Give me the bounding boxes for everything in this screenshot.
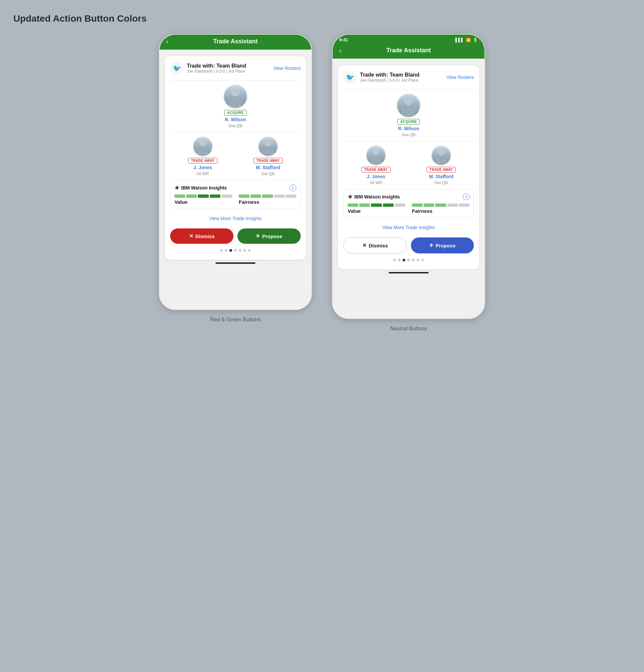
left-trade-away-section: TRADE AWAY J. Jones Atl WR TRADE AWAY M.…: [170, 136, 301, 176]
right-watson-header: ☀ IBM Watson Insights i: [348, 193, 469, 200]
right-action-buttons: ✕ Dismiss ✈ Propose: [343, 238, 474, 253]
left-phone-wrapper: ‹ Trade Assistant 🐦 Trade with: Team Bla…: [159, 34, 312, 323]
left-action-buttons: ✕ Dismiss ✈ Propose: [170, 228, 301, 244]
left-trade-badge-0: TRADE AWAY: [188, 158, 217, 164]
left-dismiss-icon: ✕: [189, 233, 193, 239]
right-back-button[interactable]: ‹: [339, 47, 342, 54]
right-dots-indicator: [343, 259, 474, 261]
right-metric-value: Value: [348, 203, 405, 214]
left-watson-header: ☀ IBM Watson Insights i: [175, 184, 296, 191]
right-trade-header-left: 🐦 Trade with: Team Bland Joe Giampaoli |…: [343, 71, 419, 84]
left-dot-1: [220, 249, 223, 252]
right-acquire-pos: Sea QB: [402, 133, 416, 137]
right-dot-7: [421, 259, 424, 261]
left-back-button[interactable]: ‹: [166, 38, 168, 45]
right-acquire-name: R. Wilson: [398, 126, 419, 131]
left-view-rosters[interactable]: View Rosters: [273, 65, 301, 71]
left-acquire-player: ACQUIRE R. Wilson Sea QB: [224, 85, 247, 128]
right-fairness-bars: [412, 203, 469, 207]
left-dots-indicator: [170, 249, 301, 252]
left-trade-player-1: TRADE AWAY M. Stafford Det QB: [253, 136, 283, 176]
left-trade-pos-0: Atl WR: [196, 171, 209, 176]
left-value-bar-1: [175, 194, 185, 198]
left-value-bar-3: [198, 194, 208, 198]
right-acquire-player: ACQUIRE R. Wilson Sea QB: [397, 94, 420, 137]
right-value-bar-5: [395, 203, 405, 207]
left-fairness-bar-1: [239, 194, 249, 198]
right-view-rosters[interactable]: View Rosters: [446, 75, 474, 80]
left-team-icon: 🐦: [170, 62, 183, 75]
left-info-icon[interactable]: i: [290, 184, 296, 191]
left-view-insights[interactable]: View More Trade Insights: [170, 213, 301, 224]
left-metric-value: Value: [175, 194, 232, 205]
right-fairness-bar-1: [412, 203, 422, 207]
left-acquire-section: ACQUIRE R. Wilson Sea QB: [170, 85, 301, 128]
right-trade-info: Trade with: Team Bland Joe Giampaoli | 3…: [360, 72, 419, 83]
right-nav-title: Trade Assistant: [386, 47, 431, 54]
right-manager-info: Joe Giampaoli | 3-3-0 | 3rd Place: [360, 78, 419, 83]
right-watson-title: ☀ IBM Watson Insights: [348, 194, 400, 200]
right-trade-away-section: TRADE AWAY J. Jones Atl WR TRADE AWAY M.…: [343, 145, 474, 185]
left-trade-avatar-1: [258, 136, 278, 156]
left-dot-4: [234, 249, 237, 252]
left-divider-1: [170, 80, 301, 81]
right-trade-badge-0: TRADE AWAY: [361, 167, 391, 172]
right-fairness-bar-3: [435, 203, 446, 207]
left-trade-pos-1: Det QB: [261, 171, 274, 176]
left-propose-icon: ✈: [256, 233, 260, 239]
right-propose-button[interactable]: ✈ Propose: [411, 238, 474, 253]
right-view-insights[interactable]: View More Trade Insights: [343, 222, 474, 233]
left-trade-silhouette-0: [193, 137, 212, 156]
right-trade-name-0: J. Jones: [367, 174, 385, 179]
left-dot-5: [239, 249, 241, 252]
left-fairness-bars: [239, 194, 296, 198]
right-nav-bar: ‹ Trade Assistant: [333, 44, 485, 59]
left-fairness-bar-3: [262, 194, 273, 198]
left-trade-name-0: J. Jones: [193, 165, 212, 170]
left-dot-6: [243, 249, 246, 252]
left-value-bar-4: [210, 194, 220, 198]
right-acquire-avatar: [397, 94, 420, 118]
right-dot-6: [417, 259, 419, 261]
left-fairness-bar-5: [286, 194, 296, 198]
left-dot-3: [229, 249, 232, 252]
phones-container: ‹ Trade Assistant 🐦 Trade with: Team Bla…: [13, 34, 631, 332]
left-phone-label: Red & Green Buttons: [210, 317, 261, 323]
right-acquire-silhouette: [397, 94, 420, 117]
right-watson-metrics: Value Fairness: [348, 203, 469, 214]
right-value-bar-4: [383, 203, 394, 207]
left-watson-section: ☀ IBM Watson Insights i: [170, 180, 301, 209]
right-metric-fairness: Fairness: [412, 203, 469, 214]
left-value-bar-5: [222, 194, 232, 198]
left-dot-2: [225, 249, 227, 252]
right-dot-1: [393, 259, 396, 261]
left-value-label: Value: [175, 199, 232, 205]
right-home-indicator: [389, 272, 429, 273]
right-trade-player-1: TRADE AWAY M. Stafford Det QB: [427, 145, 456, 185]
right-dot-2: [398, 259, 401, 261]
right-dismiss-button[interactable]: ✕ Dismiss: [343, 238, 407, 253]
right-team-icon: 🐦: [343, 71, 357, 84]
right-phone-body: 🐦 Trade with: Team Bland Joe Giampaoli |…: [333, 59, 485, 319]
right-divider-1: [343, 89, 474, 89]
right-info-icon[interactable]: i: [463, 193, 469, 200]
left-phone-header: ‹ Trade Assistant: [159, 35, 311, 50]
left-value-bars: [175, 194, 232, 198]
left-trade-silhouette-1: [259, 137, 277, 156]
right-trade-badge-1: TRADE AWAY: [427, 167, 456, 172]
left-nav-title: Trade Assistant: [213, 38, 258, 45]
left-trade-player-0: TRADE AWAY J. Jones Atl WR: [188, 136, 217, 176]
left-acquire-badge: ACQUIRE: [224, 110, 247, 116]
left-propose-button[interactable]: ✈ Propose: [237, 228, 301, 244]
left-home-indicator: [215, 262, 255, 264]
left-dismiss-button[interactable]: ✕ Dismiss: [170, 228, 234, 244]
right-watson-title-text: IBM Watson Insights: [354, 194, 400, 200]
left-phone-body: 🐦 Trade with: Team Bland Joe Giampaoli |…: [159, 50, 311, 309]
right-trade-pos-1: Det QB: [434, 180, 448, 185]
left-watson-icon: ☀: [175, 185, 179, 191]
right-trade-header: 🐦 Trade with: Team Bland Joe Giampaoli |…: [343, 71, 474, 84]
right-acquire-section: ACQUIRE R. Wilson Sea QB: [343, 94, 474, 137]
right-value-bar-3: [371, 203, 382, 207]
right-time: 9:41: [339, 37, 348, 42]
right-status-bar: 9:41 ▌▌▌ 📶 🔋: [333, 35, 485, 44]
